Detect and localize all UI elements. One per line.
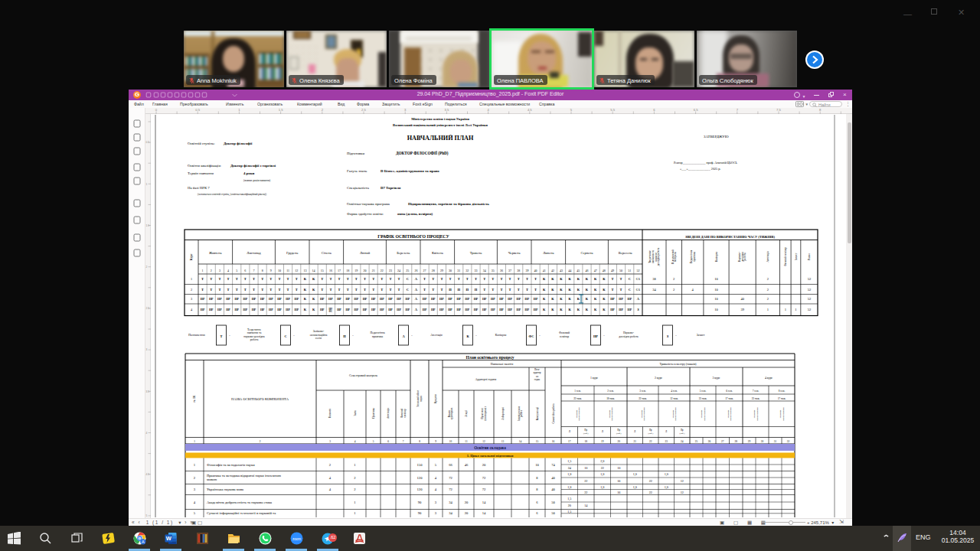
svg-text:ФС: ФС — [329, 310, 333, 313]
svg-text:Т: Т — [372, 288, 374, 292]
svg-text:ЗВЕДЕНІ ДАНІ ПО ВИКОРИСТАННЮ Ч: ЗВЕДЕНІ ДАНІ ПО ВИКОРИСТАННЮ ЧАСУ (ТИЖНІ… — [685, 235, 775, 239]
svg-text:Т: Т — [492, 288, 494, 292]
svg-text:3: 3 — [191, 297, 192, 301]
svg-text:72: 72 — [482, 476, 486, 480]
svg-text:Т: Т — [381, 277, 383, 281]
svg-text:мовою: мовою — [207, 478, 217, 481]
svg-text:Лекції: Лекції — [465, 410, 468, 417]
svg-text:Тривалість семестру (тижнів): Тривалість семестру (тижнів) — [660, 363, 697, 366]
svg-text:годин: годин — [420, 396, 423, 402]
svg-text:10: 10 — [535, 463, 539, 467]
svg-text:годин: годин — [534, 378, 541, 381]
svg-text:НАЗВА ОСВІТНЬОГО КОМПОНЕНТА: НАЗВА ОСВІТНЬОГО КОМПОНЕНТА — [231, 397, 289, 401]
svg-text:Грудень: Грудень — [286, 251, 298, 255]
svg-text:Т: Т — [526, 277, 528, 281]
svg-text:2 сем.: 2 сем. — [607, 390, 614, 393]
svg-text:2: 2 — [329, 463, 332, 467]
svg-text:К: К — [312, 297, 315, 301]
svg-text:НР: НР — [286, 308, 290, 311]
svg-text:A: A — [142, 540, 145, 544]
svg-text:Т: Т — [321, 277, 323, 281]
svg-text:практика: практика — [693, 251, 696, 262]
svg-text:5: 5 — [373, 440, 374, 443]
svg-text:НР: НР — [371, 308, 376, 311]
svg-text:17 тиж.: 17 тиж. — [725, 397, 733, 400]
svg-text:3 сем.: 3 сем. — [639, 390, 646, 393]
svg-text:1: 1 — [191, 277, 192, 281]
svg-text:НР: НР — [397, 297, 401, 301]
svg-text:НР: НР — [508, 308, 512, 311]
svg-text:-: - — [539, 334, 541, 337]
svg-text:Т: Т — [210, 288, 212, 292]
svg-text:Т: Т — [244, 277, 247, 281]
svg-text:31: 31 — [774, 440, 777, 443]
svg-text:Травень: Травень — [470, 251, 482, 255]
svg-text:Т: Т — [518, 288, 520, 292]
svg-text:22: 22 — [649, 491, 652, 494]
svg-text:НР: НР — [345, 308, 350, 311]
svg-text:Практика та методика відкритої: Практика та методика відкритої науки іно… — [207, 474, 281, 478]
svg-text:НР: НР — [474, 308, 479, 311]
svg-text:К: К — [304, 288, 307, 292]
svg-text:2: 2 — [767, 288, 769, 292]
svg-text:К: К — [551, 277, 554, 281]
svg-text:НР: НР — [252, 308, 256, 311]
svg-text:1: 1 — [354, 500, 356, 504]
svg-text:К: К — [569, 288, 572, 292]
svg-text:17: 17 — [568, 440, 571, 443]
svg-text:ЗАТВЕРДЖУЮ: ЗАТВЕРДЖУЮ — [704, 135, 729, 139]
svg-text:З: З — [637, 308, 639, 311]
svg-text:НР: НР — [328, 297, 333, 301]
svg-text:22: 22 — [381, 269, 384, 272]
svg-text:НР: НР — [423, 297, 427, 301]
svg-text:К: К — [560, 297, 563, 301]
svg-text:НР: НР — [474, 297, 479, 301]
svg-text:Спеціальність: Спеціальність — [347, 186, 370, 190]
svg-text:НР: НР — [209, 297, 214, 301]
svg-text:Доктор філософії: Доктор філософії — [224, 142, 253, 145]
svg-text:НР: НР — [345, 297, 350, 301]
svg-text:Т: Т — [492, 277, 494, 281]
svg-text:72: 72 — [449, 476, 452, 480]
svg-text:Академічна доброчесність та на: Академічна доброчесність та наукова етик… — [207, 500, 272, 504]
svg-text:К: К — [466, 334, 469, 338]
svg-text:120: 120 — [417, 476, 423, 480]
svg-text:Т: Т — [278, 288, 280, 292]
svg-text:34: 34 — [449, 500, 452, 504]
svg-text:Екзамен: Екзамен — [328, 409, 332, 418]
svg-text:1,5: 1,5 — [567, 497, 571, 501]
svg-text:16: 16 — [329, 269, 332, 272]
svg-text:2: 2 — [673, 288, 675, 292]
svg-text:НР: НР — [499, 297, 504, 301]
svg-text:Т: Т — [278, 277, 280, 281]
svg-text:90: 90 — [418, 500, 422, 504]
svg-text:12: 12 — [681, 491, 684, 494]
svg-text:НР: НР — [431, 297, 436, 301]
svg-text:8: 8 — [819, 108, 822, 112]
svg-text:навантаження: навантаження — [577, 407, 580, 421]
svg-text:12 тиж.: 12 тиж. — [670, 397, 678, 400]
svg-text:8: 8 — [262, 269, 263, 272]
svg-text:К: К — [594, 297, 597, 301]
svg-text:Серпень: Серпень — [580, 251, 593, 255]
svg-text:Освітньо-наукова програма: Освітньо-наукова програма — [347, 202, 390, 206]
svg-text:НР: НР — [320, 308, 325, 311]
svg-text:26: 26 — [414, 269, 417, 272]
svg-text:Філософія та методологія науки: Філософія та методологія науки — [207, 463, 255, 467]
svg-text:робота: робота — [744, 253, 747, 260]
svg-text:План освітнього процесу: План освітнього процесу — [466, 355, 514, 360]
svg-text:19: 19 — [601, 440, 604, 443]
svg-text:НР: НР — [363, 308, 368, 311]
svg-text:НР: НР — [534, 308, 538, 311]
svg-text:4 сем.: 4 сем. — [671, 390, 678, 393]
svg-text:П: П — [475, 288, 478, 292]
svg-text:НР: НР — [448, 297, 452, 301]
svg-text:10: 10 — [278, 269, 281, 272]
svg-text:14: 14 — [482, 511, 486, 515]
svg-text:4 курс: 4 курс — [765, 377, 773, 380]
svg-text:НР: НР — [517, 308, 521, 311]
svg-text:49: 49 — [611, 269, 614, 272]
svg-text:90: 90 — [418, 511, 422, 515]
svg-text:навантаження: навантаження — [610, 407, 613, 421]
svg-text:35: 35 — [492, 269, 495, 272]
